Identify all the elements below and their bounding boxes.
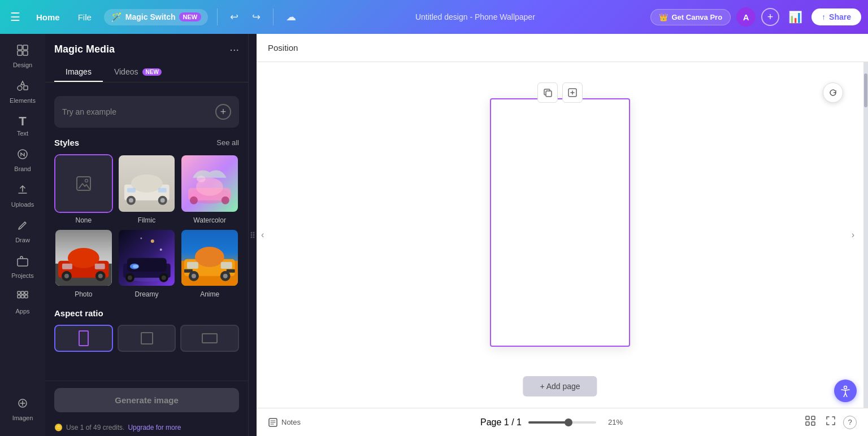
help-button[interactable]: ? [843, 416, 857, 429]
avatar[interactable]: A [736, 7, 756, 27]
aspect-portrait[interactable] [54, 325, 113, 352]
canvas-scrollbar-vertical[interactable] [863, 62, 868, 408]
scroll-left-button[interactable]: ‹ [257, 225, 268, 245]
get-pro-label: Get Canva Pro [671, 13, 722, 21]
add-page-area: + Add page [523, 376, 597, 396]
rotate-button[interactable] [823, 82, 843, 103]
zoom-fill [528, 421, 566, 424]
panel-header: Magic Media ··· [45, 34, 248, 63]
svg-point-65 [251, 237, 253, 238]
add-page-button[interactable]: + Add page [523, 376, 597, 396]
styles-section-header: Styles See all [54, 138, 239, 147]
styles-see-all[interactable]: See all [216, 138, 239, 147]
scroll-right-button[interactable]: › [847, 225, 859, 245]
none-placeholder-icon [55, 155, 112, 212]
sidebar-item-elements[interactable]: Elements [3, 75, 42, 108]
brand-label: Brand [14, 165, 31, 172]
sidebar-item-design[interactable]: Design [3, 40, 42, 73]
icon-sidebar: Design Elements T Text Bran [0, 34, 45, 436]
duplicate-page-button[interactable] [537, 82, 558, 103]
svg-point-77 [844, 386, 847, 389]
prompt-input-area[interactable]: Try an example + [54, 96, 239, 128]
uploads-icon [16, 184, 29, 199]
generate-bar: Generate image [45, 381, 248, 419]
svg-point-67 [253, 234, 255, 236]
file-button[interactable]: File [72, 9, 97, 25]
bottom-right: ? [802, 413, 857, 431]
phone-canvas[interactable] [490, 98, 630, 347]
sidebar-item-text[interactable]: T Text [3, 111, 42, 141]
document-title[interactable]: Untitled design - Phone Wallpaper [415, 12, 535, 21]
share-button[interactable]: ↑ Share [811, 8, 861, 25]
zoom-slider[interactable] [528, 421, 596, 424]
add-page-top-button[interactable] [562, 82, 583, 103]
fullscreen-button[interactable] [823, 413, 839, 431]
svg-point-44 [128, 275, 132, 280]
aspect-landscape[interactable] [180, 325, 239, 352]
sidebar-item-apps[interactable]: Apps [3, 286, 42, 319]
zoom-thumb [565, 418, 572, 426]
sidebar-item-brand[interactable]: Brand [3, 143, 42, 177]
style-item-filmic[interactable]: Filmic [118, 154, 176, 224]
upgrade-link[interactable]: Upgrade for more [128, 424, 181, 431]
svg-point-4 [18, 86, 22, 90]
sidebar-item-uploads[interactable]: Uploads [3, 179, 42, 212]
undo-button[interactable]: ↩ [227, 7, 242, 27]
grid-view-button[interactable] [802, 413, 818, 431]
svg-point-28 [190, 197, 198, 204]
share-label: Share [829, 12, 851, 21]
svg-rect-74 [811, 416, 815, 420]
prompt-add-button[interactable]: + [215, 104, 231, 120]
topbar-divider-2 [273, 8, 274, 25]
redo-button[interactable]: ↪ [249, 7, 264, 27]
resize-handle[interactable] [249, 34, 257, 436]
tab-videos[interactable]: Videos NEW [103, 63, 173, 82]
style-thumb-dreamy [118, 229, 176, 287]
sidebar-item-imagen[interactable]: Imagen [3, 393, 42, 426]
svg-rect-61 [184, 269, 193, 272]
topbar-center: Untitled design - Phone Wallpaper [306, 12, 644, 21]
tab-images[interactable]: Images [54, 63, 103, 82]
share-icon: ↑ [822, 12, 826, 21]
notes-button[interactable]: Notes [268, 417, 301, 428]
style-item-anime[interactable]: Anime [180, 229, 239, 299]
sidebar-item-draw[interactable]: Draw [3, 215, 42, 248]
canvas-viewport[interactable]: + Add page ‹ › [257, 62, 863, 408]
landscape-shape [202, 333, 218, 343]
svg-rect-7 [18, 259, 28, 266]
bottom-center: Page 1 / 1 21% [310, 417, 793, 428]
accessibility-button[interactable] [834, 380, 857, 402]
svg-rect-0 [18, 45, 22, 50]
home-button[interactable]: Home [31, 9, 66, 25]
magic-switch-button[interactable]: 🪄 Magic Switch NEW [104, 9, 208, 25]
analytics-icon[interactable]: 📊 [785, 7, 806, 27]
topbar: ☰ Home File 🪄 Magic Switch NEW ↩ ↪ ☁ Unt… [0, 0, 868, 34]
elements-icon [16, 80, 29, 95]
imagen-label: Imagen [12, 415, 33, 421]
aspect-grid [54, 325, 239, 352]
svg-rect-62 [227, 269, 235, 272]
generate-button[interactable]: Generate image [54, 388, 239, 412]
projects-icon [16, 255, 29, 270]
elements-label: Elements [10, 97, 36, 104]
style-item-photo[interactable]: Photo [54, 229, 113, 299]
svg-rect-10 [25, 291, 28, 294]
panel-content: Try an example + Styles See all [45, 82, 248, 381]
scrollbar-thumb [864, 73, 867, 107]
style-item-none[interactable]: None [54, 154, 113, 224]
svg-point-56 [192, 273, 196, 278]
svg-rect-9 [21, 291, 24, 294]
sidebar-item-projects[interactable]: Projects [3, 250, 42, 284]
style-item-dreamy[interactable]: Dreamy [118, 229, 176, 299]
get-pro-button[interactable]: 👑 Get Canva Pro [650, 9, 731, 25]
cloud-save-icon[interactable]: ☁ [283, 7, 300, 27]
style-label-none: None [75, 216, 92, 224]
add-team-button[interactable]: + [761, 8, 779, 26]
style-item-watercolor[interactable]: Watercolor [180, 154, 239, 224]
panel-more-button[interactable]: ··· [229, 43, 239, 56]
aspect-square[interactable] [118, 325, 176, 352]
images-tab-label: Images [66, 67, 92, 76]
panel: Magic Media ··· Images Videos NEW Try an… [45, 34, 249, 436]
menu-icon[interactable]: ☰ [7, 7, 24, 27]
svg-point-66 [253, 232, 255, 234]
